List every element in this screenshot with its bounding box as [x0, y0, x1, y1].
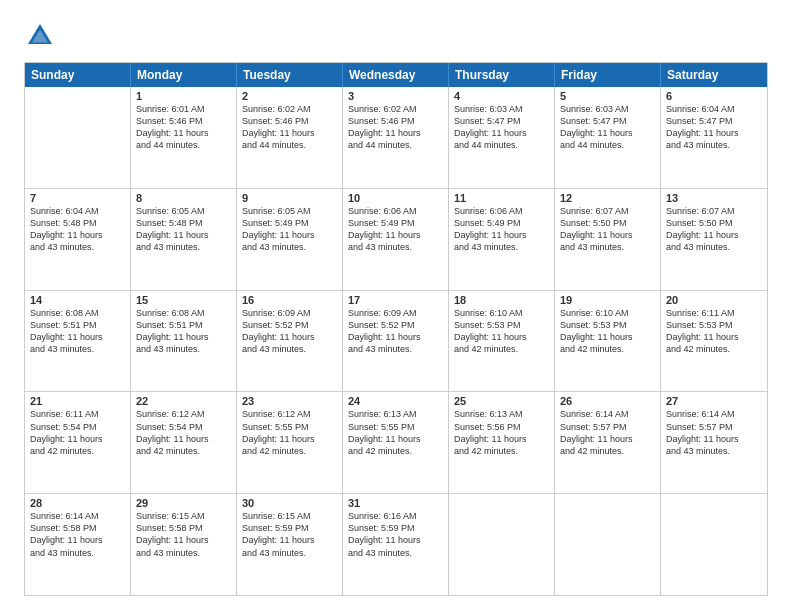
cell-info-line: and 43 minutes. — [666, 241, 762, 253]
day-number: 17 — [348, 294, 443, 306]
day-number: 3 — [348, 90, 443, 102]
cell-info-line: Sunset: 5:50 PM — [666, 217, 762, 229]
day-number: 28 — [30, 497, 125, 509]
cell-info-line: Sunset: 5:56 PM — [454, 421, 549, 433]
cal-cell-5-6 — [555, 494, 661, 595]
cell-info-line: Sunrise: 6:08 AM — [30, 307, 125, 319]
cell-info-line: Sunset: 5:46 PM — [348, 115, 443, 127]
cell-info-line: Sunset: 5:47 PM — [560, 115, 655, 127]
cell-info-line: Sunrise: 6:13 AM — [454, 408, 549, 420]
cell-info-line: Sunset: 5:47 PM — [454, 115, 549, 127]
cell-info-line: and 42 minutes. — [454, 445, 549, 457]
cell-info-line: Daylight: 11 hours — [560, 433, 655, 445]
cal-cell-2-3: 9Sunrise: 6:05 AMSunset: 5:49 PMDaylight… — [237, 189, 343, 290]
cell-info-line: Daylight: 11 hours — [242, 229, 337, 241]
cal-cell-2-5: 11Sunrise: 6:06 AMSunset: 5:49 PMDayligh… — [449, 189, 555, 290]
cal-cell-4-5: 25Sunrise: 6:13 AMSunset: 5:56 PMDayligh… — [449, 392, 555, 493]
day-number: 13 — [666, 192, 762, 204]
cell-info-line: and 43 minutes. — [454, 241, 549, 253]
cell-info-line: Sunset: 5:55 PM — [348, 421, 443, 433]
cal-cell-4-1: 21Sunrise: 6:11 AMSunset: 5:54 PMDayligh… — [25, 392, 131, 493]
cell-info-line: and 42 minutes. — [30, 445, 125, 457]
cal-cell-1-3: 2Sunrise: 6:02 AMSunset: 5:46 PMDaylight… — [237, 87, 343, 188]
cal-cell-1-6: 5Sunrise: 6:03 AMSunset: 5:47 PMDaylight… — [555, 87, 661, 188]
cell-info-line: Daylight: 11 hours — [560, 127, 655, 139]
cal-week-3: 14Sunrise: 6:08 AMSunset: 5:51 PMDayligh… — [25, 290, 767, 392]
cal-header-wednesday: Wednesday — [343, 63, 449, 87]
cell-info-line: Sunrise: 6:08 AM — [136, 307, 231, 319]
calendar-header-row: SundayMondayTuesdayWednesdayThursdayFrid… — [25, 63, 767, 87]
day-number: 24 — [348, 395, 443, 407]
cal-cell-2-6: 12Sunrise: 6:07 AMSunset: 5:50 PMDayligh… — [555, 189, 661, 290]
cell-info-line: Sunrise: 6:09 AM — [242, 307, 337, 319]
cal-cell-5-1: 28Sunrise: 6:14 AMSunset: 5:58 PMDayligh… — [25, 494, 131, 595]
cell-info-line: Daylight: 11 hours — [666, 331, 762, 343]
cell-info-line: Sunrise: 6:06 AM — [454, 205, 549, 217]
cal-cell-1-5: 4Sunrise: 6:03 AMSunset: 5:47 PMDaylight… — [449, 87, 555, 188]
day-number: 16 — [242, 294, 337, 306]
day-number: 18 — [454, 294, 549, 306]
cal-cell-4-2: 22Sunrise: 6:12 AMSunset: 5:54 PMDayligh… — [131, 392, 237, 493]
cell-info-line: Sunrise: 6:12 AM — [136, 408, 231, 420]
cal-cell-3-5: 18Sunrise: 6:10 AMSunset: 5:53 PMDayligh… — [449, 291, 555, 392]
day-number: 26 — [560, 395, 655, 407]
cell-info-line: Daylight: 11 hours — [348, 229, 443, 241]
day-number: 10 — [348, 192, 443, 204]
day-number: 2 — [242, 90, 337, 102]
cell-info-line: Sunset: 5:49 PM — [242, 217, 337, 229]
cal-header-tuesday: Tuesday — [237, 63, 343, 87]
cell-info-line: Daylight: 11 hours — [242, 331, 337, 343]
cal-week-2: 7Sunrise: 6:04 AMSunset: 5:48 PMDaylight… — [25, 188, 767, 290]
cell-info-line: Daylight: 11 hours — [560, 331, 655, 343]
cell-info-line: and 43 minutes. — [666, 139, 762, 151]
cell-info-line: Daylight: 11 hours — [242, 433, 337, 445]
cal-cell-2-7: 13Sunrise: 6:07 AMSunset: 5:50 PMDayligh… — [661, 189, 767, 290]
cell-info-line: and 42 minutes. — [560, 445, 655, 457]
cell-info-line: Sunset: 5:50 PM — [560, 217, 655, 229]
cell-info-line: Daylight: 11 hours — [560, 229, 655, 241]
logo-icon — [24, 20, 56, 52]
cell-info-line: Daylight: 11 hours — [666, 433, 762, 445]
day-number: 6 — [666, 90, 762, 102]
cal-cell-4-3: 23Sunrise: 6:12 AMSunset: 5:55 PMDayligh… — [237, 392, 343, 493]
cell-info-line: Daylight: 11 hours — [136, 127, 231, 139]
day-number: 31 — [348, 497, 443, 509]
cal-cell-3-1: 14Sunrise: 6:08 AMSunset: 5:51 PMDayligh… — [25, 291, 131, 392]
cell-info-line: Sunrise: 6:05 AM — [136, 205, 231, 217]
day-number: 5 — [560, 90, 655, 102]
cal-cell-2-4: 10Sunrise: 6:06 AMSunset: 5:49 PMDayligh… — [343, 189, 449, 290]
cell-info-line: and 43 minutes. — [348, 241, 443, 253]
cell-info-line: Sunset: 5:59 PM — [348, 522, 443, 534]
cell-info-line: Daylight: 11 hours — [454, 229, 549, 241]
cell-info-line: and 44 minutes. — [136, 139, 231, 151]
cal-cell-4-4: 24Sunrise: 6:13 AMSunset: 5:55 PMDayligh… — [343, 392, 449, 493]
cell-info-line: Sunrise: 6:05 AM — [242, 205, 337, 217]
day-number: 19 — [560, 294, 655, 306]
cell-info-line: Sunset: 5:59 PM — [242, 522, 337, 534]
day-number: 9 — [242, 192, 337, 204]
cal-cell-4-7: 27Sunrise: 6:14 AMSunset: 5:57 PMDayligh… — [661, 392, 767, 493]
cal-cell-3-2: 15Sunrise: 6:08 AMSunset: 5:51 PMDayligh… — [131, 291, 237, 392]
cal-cell-5-4: 31Sunrise: 6:16 AMSunset: 5:59 PMDayligh… — [343, 494, 449, 595]
cell-info-line: Sunset: 5:48 PM — [136, 217, 231, 229]
cal-cell-3-7: 20Sunrise: 6:11 AMSunset: 5:53 PMDayligh… — [661, 291, 767, 392]
cal-header-friday: Friday — [555, 63, 661, 87]
cell-info-line: Sunset: 5:47 PM — [666, 115, 762, 127]
cell-info-line: and 43 minutes. — [242, 241, 337, 253]
logo — [24, 20, 62, 52]
header — [24, 20, 768, 52]
cell-info-line: Sunrise: 6:02 AM — [348, 103, 443, 115]
day-number: 27 — [666, 395, 762, 407]
cell-info-line: and 44 minutes. — [454, 139, 549, 151]
cal-header-sunday: Sunday — [25, 63, 131, 87]
cell-info-line: Sunset: 5:46 PM — [136, 115, 231, 127]
cell-info-line: Sunrise: 6:04 AM — [30, 205, 125, 217]
day-number: 11 — [454, 192, 549, 204]
cell-info-line: and 43 minutes. — [666, 445, 762, 457]
cal-cell-2-1: 7Sunrise: 6:04 AMSunset: 5:48 PMDaylight… — [25, 189, 131, 290]
cell-info-line: and 44 minutes. — [560, 139, 655, 151]
cell-info-line: Daylight: 11 hours — [136, 331, 231, 343]
cell-info-line: Sunrise: 6:15 AM — [242, 510, 337, 522]
cal-cell-5-3: 30Sunrise: 6:15 AMSunset: 5:59 PMDayligh… — [237, 494, 343, 595]
cell-info-line: and 42 minutes. — [666, 343, 762, 355]
